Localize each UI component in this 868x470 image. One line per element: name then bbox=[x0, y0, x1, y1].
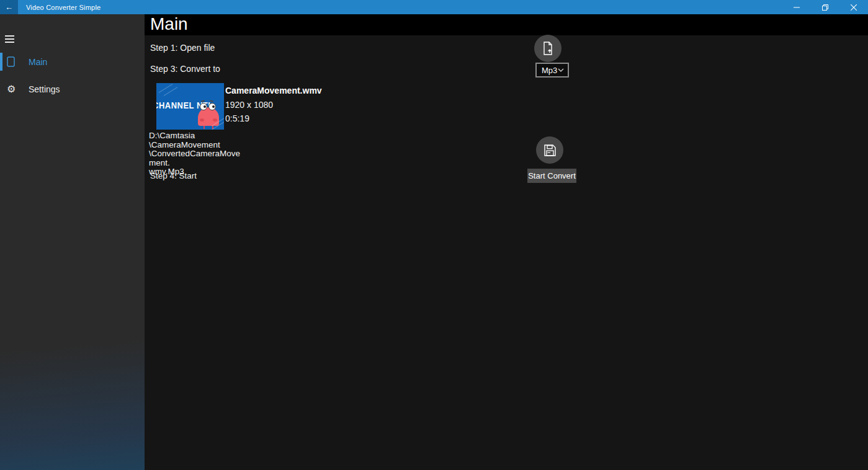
save-icon bbox=[544, 144, 556, 156]
step3-label: Step 3: Convert to bbox=[150, 64, 220, 74]
save-output-button[interactable] bbox=[536, 136, 563, 164]
minimize-button[interactable] bbox=[782, 0, 811, 14]
format-dropdown[interactable]: Mp3 bbox=[535, 63, 569, 78]
sidebar-item-settings[interactable]: ⚙ Settings bbox=[0, 78, 145, 100]
gear-icon: ⚙ bbox=[7, 84, 22, 94]
sidebar-item-label: Settings bbox=[29, 84, 60, 94]
format-selected-value: Mp3 bbox=[542, 66, 557, 75]
titlebar: ← Video Converter Simple bbox=[0, 0, 868, 14]
hamburger-icon bbox=[5, 35, 14, 37]
window-controls bbox=[782, 0, 868, 14]
restore-icon bbox=[822, 4, 828, 11]
restore-button[interactable] bbox=[811, 0, 839, 14]
back-button[interactable]: ← bbox=[0, 0, 18, 14]
app-window: ← Video Converter Simple Main bbox=[0, 0, 868, 470]
page-title: Main bbox=[145, 14, 868, 35]
open-file-icon bbox=[542, 42, 554, 55]
close-icon bbox=[851, 4, 857, 11]
sidebar-nav: Main ⚙ Settings bbox=[0, 50, 145, 100]
file-duration: 0:5:19 bbox=[225, 113, 249, 123]
window-title: Video Converter Simple bbox=[26, 4, 782, 11]
file-name: CameraMovement.wmv bbox=[225, 86, 322, 95]
back-icon: ← bbox=[5, 2, 13, 12]
start-convert-button[interactable]: Start Convert bbox=[527, 169, 576, 183]
output-path: D:\Camtasia \CameraMovement \ConvertedCa… bbox=[149, 131, 247, 177]
step4-label: Step 4: Start bbox=[150, 171, 197, 180]
page-icon bbox=[7, 56, 22, 67]
close-button[interactable] bbox=[839, 0, 868, 14]
minimize-icon bbox=[794, 4, 800, 11]
step1-label: Step 1: Open file bbox=[150, 43, 215, 53]
video-thumbnail[interactable]: CHANNEL NTL bbox=[156, 83, 224, 130]
open-file-button[interactable] bbox=[534, 35, 562, 62]
sidebar: Main ⚙ Settings bbox=[0, 14, 145, 470]
watermark-mark bbox=[158, 88, 174, 89]
sidebar-item-label: Main bbox=[29, 57, 47, 67]
main-area: Main Step 1: Open file Step 3: Convert t… bbox=[145, 14, 868, 470]
chevron-down-icon bbox=[558, 68, 564, 72]
file-resolution: 1920 x 1080 bbox=[225, 100, 273, 110]
main-content: Step 1: Open file Step 3: Convert to Mp3… bbox=[145, 35, 868, 470]
hamburger-menu-button[interactable] bbox=[5, 33, 25, 45]
sidebar-item-main[interactable]: Main bbox=[0, 50, 145, 73]
